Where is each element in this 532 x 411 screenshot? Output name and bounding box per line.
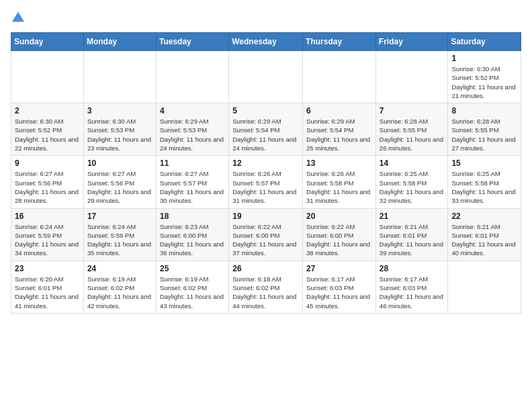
day-info: Sunrise: 6:27 AM Sunset: 5:56 PM Dayligh… [87,169,152,205]
day-info: Sunrise: 6:24 AM Sunset: 5:59 PM Dayligh… [15,222,80,258]
calendar-table: SundayMondayTuesdayWednesdayThursdayFrid… [11,32,521,314]
page-header [11,11,521,26]
day-info: Sunrise: 6:27 AM Sunset: 5:56 PM Dayligh… [15,169,80,205]
day-number: 25 [160,264,225,273]
calendar-cell: 3Sunrise: 6:30 AM Sunset: 5:53 PM Daylig… [83,103,156,156]
day-number: 16 [15,212,80,221]
calendar-cell: 28Sunrise: 6:17 AM Sunset: 6:03 PM Dayli… [375,261,448,313]
calendar-week-row: 9Sunrise: 6:27 AM Sunset: 5:56 PM Daylig… [11,156,521,208]
calendar-cell: 21Sunrise: 6:21 AM Sunset: 6:01 PM Dayli… [375,208,448,261]
calendar-week-row: 23Sunrise: 6:20 AM Sunset: 6:01 PM Dayli… [11,261,521,313]
day-info: Sunrise: 6:26 AM Sunset: 5:57 PM Dayligh… [232,169,299,205]
day-number: 2 [15,106,80,116]
day-number: 27 [306,264,372,273]
calendar-cell [83,51,156,103]
day-info: Sunrise: 6:19 AM Sunset: 6:02 PM Dayligh… [160,275,225,310]
day-number: 21 [380,212,445,221]
calendar-cell: 17Sunrise: 6:24 AM Sunset: 5:59 PM Dayli… [83,208,156,261]
day-number: 28 [380,264,445,273]
day-number: 24 [87,264,152,273]
calendar-cell: 5Sunrise: 6:29 AM Sunset: 5:54 PM Daylig… [229,103,303,156]
day-number: 15 [451,158,517,168]
calendar-cell: 14Sunrise: 6:25 AM Sunset: 5:58 PM Dayli… [375,156,448,208]
day-info: Sunrise: 6:21 AM Sunset: 6:01 PM Dayligh… [451,222,517,258]
calendar-cell: 16Sunrise: 6:24 AM Sunset: 5:59 PM Dayli… [11,208,84,261]
day-info: Sunrise: 6:20 AM Sunset: 6:01 PM Dayligh… [15,275,80,310]
day-number: 12 [232,158,299,168]
day-number: 20 [306,212,372,221]
day-number: 11 [160,158,225,168]
day-number: 3 [87,106,152,116]
day-info: Sunrise: 6:18 AM Sunset: 6:02 PM Dayligh… [232,275,299,310]
calendar-cell: 7Sunrise: 6:28 AM Sunset: 5:55 PM Daylig… [375,103,448,156]
calendar-cell: 15Sunrise: 6:25 AM Sunset: 5:58 PM Dayli… [448,156,521,208]
day-info: Sunrise: 6:30 AM Sunset: 5:52 PM Dayligh… [15,117,80,152]
logo-icon [11,11,26,26]
day-header-monday: Monday [83,33,156,51]
day-info: Sunrise: 6:30 AM Sunset: 5:53 PM Dayligh… [87,117,152,152]
day-info: Sunrise: 6:19 AM Sunset: 6:02 PM Dayligh… [87,275,152,310]
day-number: 5 [232,106,299,116]
calendar-cell [156,51,228,103]
day-number: 9 [15,158,80,168]
day-number: 26 [232,264,299,273]
calendar-cell [229,51,303,103]
calendar-cell [11,51,84,103]
calendar-cell: 9Sunrise: 6:27 AM Sunset: 5:56 PM Daylig… [11,156,84,208]
calendar-cell: 6Sunrise: 6:29 AM Sunset: 5:54 PM Daylig… [303,103,376,156]
day-info: Sunrise: 6:27 AM Sunset: 5:57 PM Dayligh… [160,169,225,205]
day-info: Sunrise: 6:28 AM Sunset: 5:55 PM Dayligh… [451,117,517,152]
calendar-header-row: SundayMondayTuesdayWednesdayThursdayFrid… [11,33,521,51]
day-number: 4 [160,106,225,116]
day-header-sunday: Sunday [11,33,84,51]
calendar-cell: 10Sunrise: 6:27 AM Sunset: 5:56 PM Dayli… [83,156,156,208]
calendar-cell [448,261,521,313]
calendar-cell: 24Sunrise: 6:19 AM Sunset: 6:02 PM Dayli… [83,261,156,313]
day-header-friday: Friday [375,33,448,51]
calendar-cell: 20Sunrise: 6:22 AM Sunset: 6:00 PM Dayli… [303,208,376,261]
calendar-week-row: 16Sunrise: 6:24 AM Sunset: 5:59 PM Dayli… [11,208,521,261]
day-info: Sunrise: 6:17 AM Sunset: 6:03 PM Dayligh… [306,275,372,310]
day-info: Sunrise: 6:22 AM Sunset: 6:00 PM Dayligh… [232,222,299,258]
calendar-cell: 1Sunrise: 6:30 AM Sunset: 5:52 PM Daylig… [448,51,521,103]
day-number: 1 [451,54,517,63]
day-info: Sunrise: 6:29 AM Sunset: 5:54 PM Dayligh… [232,117,299,152]
day-info: Sunrise: 6:28 AM Sunset: 5:55 PM Dayligh… [380,117,445,152]
day-header-saturday: Saturday [448,33,521,51]
calendar-cell: 22Sunrise: 6:21 AM Sunset: 6:01 PM Dayli… [448,208,521,261]
calendar-week-row: 2Sunrise: 6:30 AM Sunset: 5:52 PM Daylig… [11,103,521,156]
day-number: 17 [87,212,152,221]
calendar-cell: 26Sunrise: 6:18 AM Sunset: 6:02 PM Dayli… [229,261,303,313]
day-header-tuesday: Tuesday [156,33,228,51]
svg-marker-0 [12,12,24,22]
calendar-cell [375,51,448,103]
calendar-cell: 23Sunrise: 6:20 AM Sunset: 6:01 PM Dayli… [11,261,84,313]
day-number: 22 [451,212,517,221]
day-info: Sunrise: 6:23 AM Sunset: 6:00 PM Dayligh… [160,222,225,258]
day-info: Sunrise: 6:29 AM Sunset: 5:53 PM Dayligh… [160,117,225,152]
day-info: Sunrise: 6:30 AM Sunset: 5:52 PM Dayligh… [451,64,517,100]
day-number: 18 [160,212,225,221]
calendar-cell: 27Sunrise: 6:17 AM Sunset: 6:03 PM Dayli… [303,261,376,313]
calendar-cell: 12Sunrise: 6:26 AM Sunset: 5:57 PM Dayli… [229,156,303,208]
day-info: Sunrise: 6:22 AM Sunset: 6:00 PM Dayligh… [306,222,372,258]
day-number: 8 [451,106,517,116]
calendar-cell: 13Sunrise: 6:26 AM Sunset: 5:58 PM Dayli… [303,156,376,208]
day-info: Sunrise: 6:25 AM Sunset: 5:58 PM Dayligh… [380,169,445,205]
day-info: Sunrise: 6:25 AM Sunset: 5:58 PM Dayligh… [451,169,517,205]
calendar-cell: 19Sunrise: 6:22 AM Sunset: 6:00 PM Dayli… [229,208,303,261]
calendar-cell [303,51,376,103]
calendar-cell: 11Sunrise: 6:27 AM Sunset: 5:57 PM Dayli… [156,156,228,208]
day-info: Sunrise: 6:17 AM Sunset: 6:03 PM Dayligh… [380,275,445,310]
day-number: 23 [15,264,80,273]
day-number: 7 [380,106,445,116]
day-info: Sunrise: 6:24 AM Sunset: 5:59 PM Dayligh… [87,222,152,258]
day-number: 14 [380,158,445,168]
calendar-cell: 8Sunrise: 6:28 AM Sunset: 5:55 PM Daylig… [448,103,521,156]
day-header-thursday: Thursday [303,33,376,51]
day-number: 6 [306,106,372,116]
day-number: 13 [306,158,372,168]
calendar-cell: 18Sunrise: 6:23 AM Sunset: 6:00 PM Dayli… [156,208,228,261]
day-info: Sunrise: 6:26 AM Sunset: 5:58 PM Dayligh… [306,169,372,205]
calendar-cell: 2Sunrise: 6:30 AM Sunset: 5:52 PM Daylig… [11,103,84,156]
